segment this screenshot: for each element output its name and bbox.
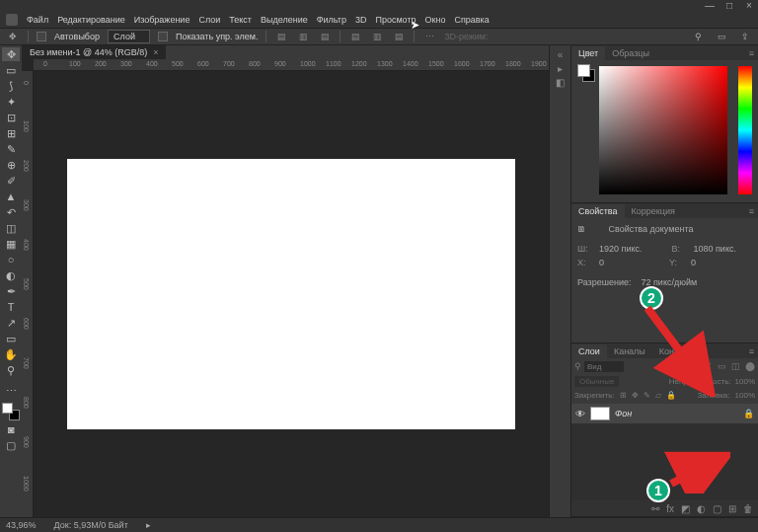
tab-color[interactable]: Цвет [571,46,605,60]
visibility-icon[interactable]: 👁 [575,409,585,419]
ruler-vertical[interactable]: 01002003004005006007008009001000 [22,71,34,517]
dodge-tool[interactable]: ◐ [2,268,20,282]
app-logo-icon[interactable] [6,14,18,26]
layer-dropdown[interactable]: Слой [108,30,150,43]
path-tool[interactable]: ↗ [2,316,20,330]
move-tool[interactable]: ✥ [2,47,20,61]
layer-thumbnail[interactable] [590,407,610,420]
lasso-tool[interactable]: ⟆ [2,79,20,93]
tab-paths[interactable]: Контуры [652,344,701,358]
document-tab[interactable]: Без имени-1 @ 44% (RGB/8) × [22,45,166,59]
hue-slider[interactable] [738,66,752,194]
menu-3d[interactable]: 3D [355,15,367,25]
tab-properties[interactable]: Свойства [571,204,625,218]
menu-layers[interactable]: Слои [198,15,220,25]
layer-row[interactable]: 👁 Фон 🔒 [571,404,758,423]
filter-adjust-icon[interactable]: ◐ [689,361,700,371]
zoom-tool[interactable]: ⚲ [2,363,20,377]
layer-filter-input[interactable] [584,361,624,372]
filter-shape-icon[interactable]: ▭ [717,361,727,371]
fill-value[interactable]: 100% [735,391,755,400]
menu-image[interactable]: Изображение [134,15,190,25]
opacity-value[interactable]: 100% [735,377,755,386]
color-field[interactable] [599,66,727,194]
menu-text[interactable]: Текст [229,15,252,25]
menu-select[interactable]: Выделение [261,15,308,25]
doc-size[interactable]: Док: 5,93M/0 Байт [54,520,128,530]
align-left-icon[interactable]: ▤ [274,31,288,42]
layer-mask-icon[interactable]: ◩ [681,503,690,514]
blur-tool[interactable]: ○ [2,253,20,266]
align-right-icon[interactable]: ▤ [318,31,332,42]
delete-layer-icon[interactable]: 🗑 [743,503,753,514]
expand-icon[interactable]: « [554,49,568,59]
link-layers-icon[interactable]: ⚯ [651,503,659,514]
lock-pos-icon[interactable]: ✥ [632,391,639,400]
close-tab-icon[interactable]: × [153,47,158,57]
layer-style-icon[interactable]: fx [666,503,674,514]
hand-tool[interactable]: ✋ [2,347,20,361]
marquee-tool[interactable]: ▭ [2,63,20,77]
panel-icon[interactable]: ◧ [554,77,568,87]
color-swatches[interactable] [2,403,20,420]
new-group-icon[interactable]: ▢ [713,503,721,514]
menu-edit[interactable]: Редактирование [57,15,125,25]
lock-artboard-icon[interactable]: ▱ [655,391,661,400]
screenmode-tool[interactable]: ▢ [2,438,20,452]
filter-pixel-icon[interactable]: ▦ [675,361,686,371]
align-center-v-icon[interactable]: ▥ [370,31,384,42]
share-icon[interactable]: ⇪ [738,30,752,43]
lock-pixel-icon[interactable]: ✎ [644,391,650,400]
menu-file[interactable]: Файл [27,15,48,25]
menu-help[interactable]: Справка [454,15,489,25]
move-tool-icon[interactable]: ✥ [6,30,20,43]
shape-tool[interactable]: ▭ [2,332,20,345]
type-tool[interactable]: T [2,300,20,314]
align-top-icon[interactable]: ▤ [348,31,362,42]
tab-channels[interactable]: Каналы [607,344,652,358]
filter-type-icon[interactable]: T [703,361,714,371]
maximize-button[interactable]: □ [724,1,734,11]
new-layer-icon[interactable]: ⊞ [728,503,736,514]
align-center-h-icon[interactable]: ▥ [296,31,310,42]
panel-menu-icon[interactable]: ≡ [745,206,758,216]
menu-window[interactable]: Окно [425,15,446,25]
menu-filter[interactable]: Фильтр [317,15,346,25]
stamp-tool[interactable]: ▲ [2,190,20,203]
show-controls-checkbox[interactable] [158,32,168,41]
history-brush-tool[interactable]: ↶ [2,205,20,219]
distribute-icon[interactable]: ⋯ [422,31,436,42]
lock-all-icon[interactable]: ⊞ [620,391,627,400]
frame-tool[interactable]: ⊞ [2,126,20,140]
tab-layers[interactable]: Слои [571,344,607,358]
lock-icon[interactable]: 🔒 [666,391,676,400]
eraser-tool[interactable]: ◫ [2,221,20,235]
close-button[interactable]: × [744,1,754,11]
tab-adjustments[interactable]: Коррекция [625,204,682,218]
crop-tool[interactable]: ⊡ [2,111,20,124]
blend-mode-dropdown[interactable]: Обычные [574,376,619,387]
filter-smart-icon[interactable]: ◫ [730,361,741,371]
layer-lock-icon[interactable]: 🔒 [743,409,754,418]
auto-select-checkbox[interactable] [37,32,46,41]
pen-tool[interactable]: ✒ [2,284,20,298]
align-bottom-icon[interactable]: ▤ [392,31,406,42]
document-canvas[interactable] [67,159,515,429]
healing-tool[interactable]: ⊕ [2,158,20,172]
arrange-icon[interactable]: ▭ [715,30,728,43]
minimize-button[interactable]: — [705,1,715,11]
edit-toolbar[interactable]: ⋯ [2,384,20,398]
status-chevron-icon[interactable]: ▸ [146,520,151,530]
gradient-tool[interactable]: ▦ [2,237,20,251]
filter-toggle[interactable]: ⬤ [744,361,755,371]
panel-menu-icon[interactable]: ≡ [745,346,758,356]
tab-swatches[interactable]: Образцы [605,46,656,60]
brush-tool[interactable]: ✐ [2,174,20,188]
panel-menu-icon[interactable]: ≡ [745,48,758,58]
zoom-level[interactable]: 43,96% [6,520,37,530]
layer-name[interactable]: Фон [615,409,632,418]
adjustment-layer-icon[interactable]: ◐ [697,503,706,514]
eyedropper-tool[interactable]: ✎ [2,142,20,156]
quickmask-tool[interactable]: ◙ [2,422,20,436]
canvas-viewport[interactable] [34,71,549,517]
